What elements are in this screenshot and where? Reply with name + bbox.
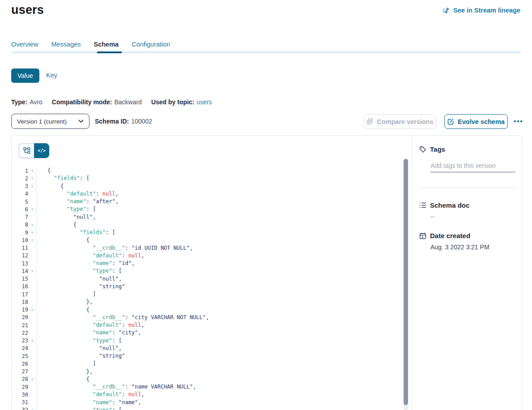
code-line: 23▾ "type": [ bbox=[12, 337, 403, 345]
line-number: 15 bbox=[12, 276, 28, 282]
line-number: 6 bbox=[12, 206, 28, 213]
code-text: { bbox=[36, 183, 64, 190]
code-text: ] bbox=[36, 290, 96, 298]
code-line: 31 "name": "name", bbox=[12, 399, 403, 406]
code-line: 24 "null", bbox=[12, 345, 403, 352]
code-view-icon: </> bbox=[38, 148, 46, 153]
code-line: 32▾ "type": [ bbox=[12, 406, 403, 410]
line-number: 12 bbox=[12, 252, 28, 259]
code-line: 3▾ { bbox=[12, 183, 403, 190]
stream-lineage-label: See in Stream lineage bbox=[453, 7, 520, 14]
line-number: 20 bbox=[12, 314, 28, 320]
compatibility-label: Compatibility mode: bbox=[52, 98, 112, 106]
line-number: 30 bbox=[12, 392, 28, 398]
line-number: 3 bbox=[12, 183, 28, 189]
list-icon bbox=[419, 202, 426, 209]
line-number: 1 bbox=[12, 168, 28, 174]
fold-toggle-icon[interactable]: ▾ bbox=[28, 236, 36, 244]
line-number: 26 bbox=[12, 361, 28, 367]
more-options-button[interactable]: ••• bbox=[511, 114, 526, 128]
line-number: 25 bbox=[12, 353, 28, 359]
code-text: "name": "city", bbox=[36, 329, 141, 337]
line-number: 2 bbox=[12, 175, 28, 182]
stream-lineage-link[interactable]: See in Stream lineage bbox=[443, 7, 520, 14]
tree-view-button[interactable] bbox=[19, 143, 34, 158]
value-toggle-button[interactable]: Value bbox=[11, 68, 39, 83]
calendar-plus-icon bbox=[419, 232, 426, 239]
schema-doc-section-header: Schema doc bbox=[419, 201, 469, 209]
code-line: 7 "null", bbox=[12, 214, 403, 221]
tab-active-indicator bbox=[97, 51, 122, 53]
code-text: "name": "after", bbox=[36, 198, 119, 205]
fold-toggle-icon[interactable]: ▾ bbox=[28, 167, 36, 175]
code-line: 30 "default": null, bbox=[12, 391, 403, 398]
line-number: 17 bbox=[12, 291, 28, 298]
fold-toggle-icon[interactable]: ▾ bbox=[28, 175, 36, 182]
line-number: 4 bbox=[12, 191, 28, 197]
compare-versions-button[interactable]: Compare versions bbox=[364, 114, 436, 129]
fold-toggle-icon[interactable]: ▾ bbox=[28, 183, 36, 190]
evolve-schema-button[interactable]: Evolve schema bbox=[444, 114, 508, 129]
code-line: 16 "string" bbox=[12, 283, 403, 290]
fold-toggle-icon[interactable]: ▾ bbox=[28, 205, 36, 213]
fold-toggle-icon[interactable]: ▾ bbox=[28, 221, 36, 229]
code-text: { bbox=[36, 306, 89, 314]
code-text: "null", bbox=[36, 214, 96, 221]
fold-toggle-icon[interactable]: ▾ bbox=[28, 337, 36, 345]
line-number: 29 bbox=[12, 384, 28, 390]
key-toggle-button[interactable]: Key bbox=[46, 72, 57, 79]
code-text: "type": [ bbox=[36, 337, 122, 345]
schema-meta-row: Type:Avro Compatibility mode:Backward Us… bbox=[11, 98, 212, 106]
line-number: 13 bbox=[12, 261, 28, 267]
line-number: 21 bbox=[12, 322, 28, 329]
schema-panel: </> 1▾{2▾ "fields": [3▾ {4 "default": nu… bbox=[11, 135, 522, 410]
type-label: Type: bbox=[11, 98, 27, 106]
line-number: 27 bbox=[12, 368, 28, 375]
code-line: 22 "name": "city", bbox=[12, 329, 403, 337]
evolve-schema-label: Evolve schema bbox=[458, 118, 505, 125]
editor-scrollbar-track[interactable] bbox=[404, 158, 408, 410]
topic-link[interactable]: users bbox=[196, 98, 212, 106]
code-line: 5 "name": "after", bbox=[12, 198, 403, 205]
code-text: { bbox=[36, 221, 77, 229]
line-number: 9 bbox=[12, 230, 28, 236]
code-line: 20 "__crdb__": "city VARCHAR NOT NULL", bbox=[12, 314, 403, 321]
code-line: 25 "string" bbox=[12, 352, 403, 360]
fold-toggle-icon[interactable]: ▾ bbox=[28, 406, 36, 410]
code-text: "type": [ bbox=[36, 205, 96, 213]
code-line: 14▾ "type": [ bbox=[12, 267, 403, 275]
code-line: 11 "__crdb__": "id UUID NOT NULL", bbox=[12, 244, 403, 252]
code-line: 10▾ { bbox=[12, 236, 403, 244]
compatibility-value: Backward bbox=[114, 98, 141, 106]
code-line: 6▾ "type": [ bbox=[12, 205, 403, 213]
code-text: "type": [ bbox=[36, 406, 122, 410]
add-tags-input[interactable] bbox=[430, 159, 515, 172]
code-text: "fields": [ bbox=[36, 229, 115, 236]
editor-scrollbar-thumb[interactable] bbox=[404, 159, 408, 405]
code-text: "null", bbox=[36, 275, 122, 283]
code-line: 19▾ { bbox=[12, 306, 403, 314]
code-text: }, bbox=[36, 368, 93, 376]
fold-toggle-icon[interactable]: ▾ bbox=[28, 306, 36, 314]
date-created-title: Date created bbox=[430, 232, 470, 239]
fold-toggle-icon[interactable]: ▾ bbox=[28, 376, 36, 383]
version-select[interactable]: Version 1 (current) bbox=[11, 114, 89, 129]
code-line: 15 "null", bbox=[12, 275, 403, 283]
edit-icon bbox=[447, 118, 454, 125]
code-line: 13 "name": "id", bbox=[12, 260, 403, 267]
fold-toggle-icon[interactable]: ▾ bbox=[28, 267, 36, 275]
date-created-value: Aug. 3 2022 3:21 PM bbox=[430, 243, 489, 251]
code-line: 17 ] bbox=[12, 290, 403, 298]
sidebar-divider bbox=[419, 188, 515, 188]
code-text: "string" bbox=[36, 283, 125, 290]
code-text: "__crdb__": "id UUID NOT NULL", bbox=[36, 244, 193, 252]
code-text: "default": null, bbox=[36, 391, 145, 398]
code-line: 28▾ { bbox=[12, 376, 403, 383]
code-view-button[interactable]: </> bbox=[34, 143, 49, 158]
compare-versions-icon bbox=[366, 118, 373, 125]
line-number: 10 bbox=[12, 237, 28, 243]
line-number: 18 bbox=[12, 299, 28, 305]
chevron-down-icon bbox=[78, 120, 84, 123]
code-text: "default": null, bbox=[36, 252, 145, 260]
fold-toggle-icon[interactable]: ▾ bbox=[28, 229, 36, 236]
